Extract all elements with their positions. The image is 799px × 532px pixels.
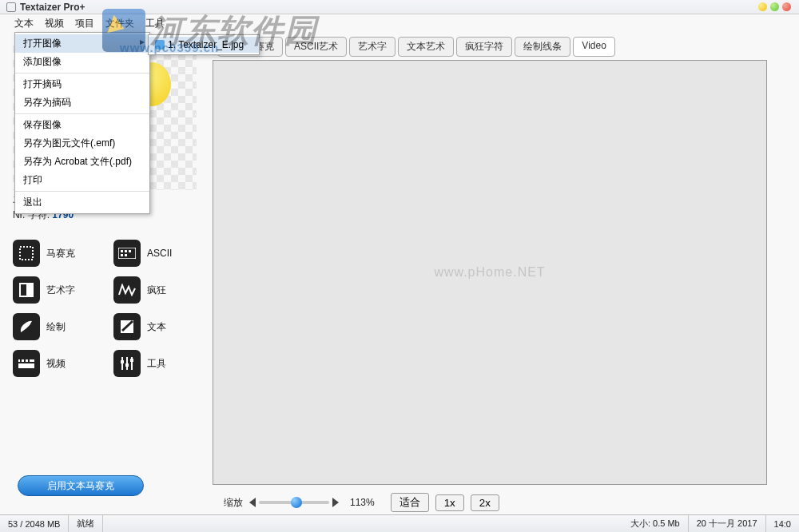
window-controls: [758, 2, 791, 11]
mode-button-label: 绘制: [46, 320, 66, 334]
mode-button-text[interactable]: 文本: [113, 313, 195, 340]
recent-file-item[interactable]: 1. Textaizer_E.jpg: [149, 37, 259, 53]
recent-files-submenu: 1. Textaizer_E.jpg: [148, 34, 260, 55]
mode-button-label: 艺术字: [46, 284, 75, 297]
menu-folder[interactable]: 文件夹: [105, 17, 134, 30]
menu-item[interactable]: 添加图像: [15, 53, 149, 71]
ascii-icon: [113, 240, 141, 267]
svg-rect-4: [129, 250, 131, 252]
mode-button-label: 工具: [147, 357, 166, 371]
menu-tools[interactable]: 工具: [145, 17, 165, 30]
zoom-2x-button[interactable]: 2x: [471, 494, 499, 511]
draw-icon: [13, 313, 40, 340]
mode-button-crazy[interactable]: 疯狂: [113, 276, 195, 304]
status-memory: 53 / 2048 MB: [0, 515, 69, 532]
tab-1[interactable]: ASCII艺术: [285, 37, 347, 57]
svg-rect-19: [125, 363, 129, 367]
svg-rect-14: [28, 359, 30, 362]
zoom-label: 缩放: [224, 496, 243, 510]
zoom-slider-thumb[interactable]: [291, 497, 302, 508]
app-title: Textaizer Pro+: [20, 2, 85, 13]
menu-item[interactable]: 另存为 Acrobat 文件(.pdf): [15, 153, 149, 171]
titlebar: Textaizer Pro+: [0, 0, 799, 14]
menu-video[interactable]: 视频: [45, 17, 64, 30]
file-menu-dropdown: 打开图像添加图像打开摘码另存为摘码保存图像另存为图元文件(.emf)另存为 Ac…: [14, 32, 150, 214]
zoom-value: 113%: [350, 497, 375, 508]
status-state: 就绪: [69, 515, 103, 532]
image-icon: [155, 40, 165, 50]
status-date: 20 十一月 2017: [689, 515, 766, 532]
menu-item[interactable]: 打开图像: [15, 34, 149, 53]
tab-2[interactable]: 艺术字: [349, 37, 396, 57]
art-icon: [13, 276, 40, 304]
menu-item[interactable]: 打开摘码: [15, 75, 149, 93]
status-size: 大小: 0.5 Mb: [622, 515, 689, 532]
tab-6[interactable]: Video: [573, 37, 614, 57]
close-button[interactable]: [782, 2, 791, 11]
text-icon: [113, 313, 141, 340]
mode-button-label: 文本: [147, 320, 166, 334]
app-icon: [6, 2, 16, 12]
canvas-area: www.pHome.NET: [213, 60, 767, 485]
svg-rect-3: [125, 250, 127, 252]
zoom-slider[interactable]: [259, 501, 329, 504]
svg-rect-1: [118, 248, 136, 259]
mode-button-label: 疯狂: [147, 284, 166, 297]
svg-rect-20: [130, 359, 133, 362]
mosaic-icon: [13, 240, 40, 267]
tab-3[interactable]: 文本艺术: [398, 37, 454, 57]
mode-button-ascii[interactable]: ASCII: [113, 240, 195, 267]
svg-rect-13: [24, 359, 26, 362]
menu-item[interactable]: 另存为摘码: [15, 93, 149, 112]
menu-item[interactable]: 保存图像: [15, 116, 149, 134]
zoom-fit-button[interactable]: 适合: [391, 493, 429, 512]
menu-project[interactable]: 项目: [75, 17, 94, 30]
canvas-watermark: www.pHome.NET: [434, 265, 545, 280]
svg-rect-6: [125, 254, 127, 256]
zoom-out-icon[interactable]: [249, 498, 256, 507]
mode-button-tools[interactable]: 工具: [113, 350, 195, 377]
crazy-icon: [113, 276, 141, 304]
mode-button-draw[interactable]: 绘制: [13, 313, 94, 340]
svg-rect-11: [18, 363, 34, 368]
tab-4[interactable]: 疯狂字符: [456, 37, 512, 57]
svg-rect-8: [26, 284, 33, 296]
right-panel: 文本马赛克ASCII艺术艺术字文本艺术疯狂字符绘制线条Video www.pHo…: [208, 32, 799, 511]
mode-button-art[interactable]: 艺术字: [13, 276, 94, 304]
zoom-1x-button[interactable]: 1x: [435, 494, 464, 511]
menu-text[interactable]: 文本: [14, 17, 34, 30]
mode-button-video[interactable]: 视频: [13, 350, 94, 377]
mode-button-mosaic[interactable]: 马赛克: [13, 240, 94, 267]
status-bar: 53 / 2048 MB 就绪 大小: 0.5 Mb 20 十一月 2017 1…: [0, 514, 799, 532]
tools-icon: [113, 350, 141, 377]
svg-rect-18: [121, 360, 124, 363]
zoom-in-icon[interactable]: [332, 498, 339, 507]
menu-item[interactable]: 打印: [15, 171, 149, 189]
mode-button-label: 马赛克: [46, 247, 75, 260]
menu-item[interactable]: 另存为图元文件(.emf): [15, 134, 149, 153]
svg-rect-5: [121, 254, 123, 256]
svg-rect-2: [121, 250, 123, 252]
svg-rect-12: [20, 359, 22, 362]
menu-item[interactable]: 退出: [15, 193, 149, 212]
recent-file-label: 1. Textaizer_E.jpg: [168, 39, 244, 50]
video-icon: [13, 350, 40, 377]
minimize-button[interactable]: [758, 2, 767, 11]
enable-mosaic-button[interactable]: 启用文本马赛克: [18, 475, 144, 496]
enable-mosaic-label: 启用文本马赛克: [47, 479, 114, 493]
tabs: 文本马赛克ASCII艺术艺术字文本艺术疯狂字符绘制线条Video: [217, 37, 786, 57]
mode-button-label: 视频: [46, 357, 66, 371]
svg-rect-0: [20, 247, 33, 260]
zoom-controls: 缩放 113% 适合 1x 2x: [213, 493, 786, 512]
mode-buttons-grid: 马赛克ASCII艺术字疯狂绘制文本视频工具: [13, 240, 195, 377]
mode-button-label: ASCII: [147, 248, 172, 259]
tab-5[interactable]: 绘制线条: [515, 37, 570, 57]
menubar: 文本 视频 项目 文件夹 工具: [0, 14, 799, 32]
status-time: 14:0: [766, 515, 799, 532]
maximize-button[interactable]: [770, 2, 779, 11]
